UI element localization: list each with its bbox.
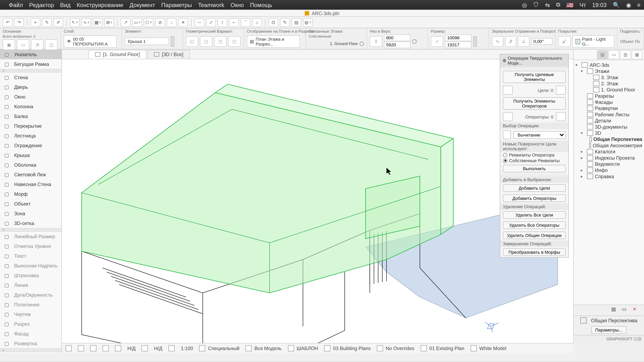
nav-footer-close[interactable]: ✕ — [632, 306, 641, 314]
sb-scale-icon[interactable] — [168, 345, 175, 351]
element-name[interactable]: Крыша 1 — [125, 37, 169, 45]
operators-clear-icon[interactable] — [556, 112, 566, 121]
tool-pointer[interactable]: ▢Указатель — [0, 49, 62, 59]
zoom-fit-button[interactable]: ⤢ — [206, 18, 216, 27]
geom-icon-4[interactable]: ◰ — [228, 36, 241, 47]
parameters-button[interactable]: Параметры... — [591, 326, 626, 334]
nav-details[interactable]: Детали — [574, 117, 643, 124]
size-icon[interactable]: ⤢ — [431, 36, 443, 47]
tool-slab[interactable]: ▢Перекрытие — [0, 121, 62, 131]
size-input-2[interactable] — [445, 41, 472, 48]
tool-hatch[interactable]: ▢Штриховка — [0, 271, 62, 280]
sb-white-icon[interactable] — [470, 345, 476, 351]
nav-footer-btn1[interactable]: ▤ — [611, 306, 620, 314]
eyedropper-button[interactable]: ✐ — [54, 18, 63, 27]
suspend-button[interactable]: ⊘ — [155, 18, 165, 27]
nav-root[interactable]: ▾ARC-3ds — [574, 62, 643, 68]
nav-3d[interactable]: ▾3D — [574, 130, 643, 136]
sb-pen-icon[interactable] — [199, 345, 205, 351]
nav-axonometry[interactable]: Общая Аксонометрия — [574, 142, 643, 148]
menu-window[interactable]: Окно — [230, 1, 244, 8]
tool-zone[interactable]: ▢Зона — [0, 209, 62, 218]
sb-model-icon[interactable] — [246, 345, 252, 351]
current-view-name[interactable]: Общая Перспектива — [591, 318, 638, 323]
tool-dim[interactable]: ▢Линейный Размер — [0, 232, 62, 241]
selection-icon-1[interactable]: ▣ — [3, 39, 15, 50]
pen-button[interactable]: ✎ — [280, 18, 290, 27]
nav-interior-elevations[interactable]: Развертки — [574, 105, 643, 111]
bottom-dot-icon[interactable] — [412, 39, 417, 43]
nav-tab-layout[interactable]: ▥ — [620, 50, 631, 59]
nav-catalogs[interactable]: ▸Каталоги — [574, 148, 643, 155]
linked-story[interactable]: 1. Ground Floor — [330, 41, 358, 46]
measure-button[interactable]: ↔ — [195, 18, 204, 27]
nav-tab-view[interactable]: ▭ — [608, 50, 619, 59]
nav-floor-1[interactable]: 1. Ground Floor — [574, 87, 643, 93]
cancel-button[interactable]: ✕ — [178, 18, 188, 27]
tool-poly[interactable]: ▢Полилиния — [0, 300, 62, 309]
nav-footer-btn2[interactable]: ▭ — [622, 306, 631, 314]
tool-ie[interactable]: ▢Развертка — [0, 339, 62, 348]
tool3-button[interactable]: ⌒ — [240, 18, 250, 27]
toolbox-grip-1[interactable]: ▾ — [0, 69, 62, 73]
undo-button[interactable]: ↶ — [3, 18, 12, 27]
get-targets-button[interactable]: Получить Целевые Элементы — [503, 71, 566, 83]
guides-dropdown[interactable]: ⊞ — [104, 18, 114, 27]
tool-shell[interactable]: ▢Оболочка — [0, 160, 62, 170]
get-operators-button[interactable]: Получить Элементы Операторов — [503, 97, 566, 110]
toolbox-grip-3[interactable]: ▸ — [0, 348, 62, 352]
height-icon[interactable]: ⇕ — [370, 36, 382, 47]
tool-roof[interactable]: ▢Крыша — [0, 150, 62, 160]
menu-help[interactable]: Помощь — [250, 1, 272, 8]
layer-selector[interactable]: 👁 00 05 ПЕРЕКРЫТИЯ.А — [64, 35, 117, 48]
status-sync-icon[interactable]: ⇆ — [545, 1, 550, 8]
sb-home-icon[interactable] — [66, 345, 72, 351]
element-handle[interactable] — [171, 36, 174, 47]
status-circle-icon[interactable]: ◎ — [522, 1, 527, 8]
shape1-dropdown[interactable]: ▭ — [132, 18, 142, 27]
sb-pan-icon[interactable] — [90, 345, 96, 351]
menu-options[interactable]: Параметры — [161, 1, 192, 8]
tool-level[interactable]: ▢Отметка Уровня — [0, 241, 62, 251]
wifi-icon[interactable]: ⧉ — [556, 1, 560, 8]
surface-paint-icon[interactable]: 🖌 — [558, 36, 570, 47]
tool-object[interactable]: ▢Объект — [0, 199, 62, 209]
sb-zoom-icon[interactable] — [78, 345, 84, 351]
sb-plans[interactable]: 03 Building Plans — [333, 346, 370, 351]
tool-curtain[interactable]: ▢Навесная Стена — [0, 179, 62, 189]
tool-wall[interactable]: ▢Стена — [0, 72, 62, 82]
tool-elev[interactable]: ▢Фасад — [0, 329, 62, 339]
magic-wand-button[interactable]: ✎ — [42, 18, 52, 27]
grid-mode-dropdown[interactable]: ▦ — [93, 18, 103, 27]
nav-perspective[interactable]: Общая Перспектива — [574, 136, 643, 142]
bottom-input-2[interactable] — [384, 41, 410, 48]
sb-template[interactable]: ШАБЛОН — [297, 346, 318, 351]
tool-draw[interactable]: ▢Чертеж — [0, 309, 62, 319]
flag-icon[interactable]: 🇺🇸 — [566, 1, 574, 8]
geom-icon-3[interactable]: ◳ — [214, 36, 226, 47]
add-operators-button[interactable]: Добавить Операторы — [503, 195, 566, 202]
tool1-button[interactable]: ⟟ — [218, 18, 227, 27]
panel-grip[interactable] — [500, 67, 568, 69]
selection-icon-3[interactable]: ◔ — [31, 39, 44, 50]
delete-common-button[interactable]: Удалить Общие Операции — [503, 232, 566, 239]
sb-scale[interactable]: 1:100 — [181, 346, 193, 351]
delete-operators-button[interactable]: Удалить Все Операторы — [503, 221, 566, 229]
menu-edit[interactable]: Редактор — [29, 1, 54, 8]
selection-icon-4[interactable]: ◫ — [45, 39, 58, 50]
snap-mode-dropdown[interactable]: ∿ — [82, 18, 91, 27]
tab-3d-all[interactable]: [3D / Все] — [147, 50, 190, 58]
layer-button[interactable]: ▤ — [292, 18, 301, 27]
tool-label[interactable]: ▢Выносная Надпись — [0, 261, 62, 271]
sb-white[interactable]: White Model — [480, 346, 506, 351]
sb-overrides-icon[interactable] — [377, 345, 383, 351]
menu-view[interactable]: Вид — [60, 1, 70, 8]
execute-button[interactable]: Выполнить — [503, 165, 566, 172]
operation-select[interactable]: Вычитание — [514, 131, 566, 139]
render-dropdown[interactable]: ◍ — [303, 18, 313, 27]
size-input-1[interactable] — [445, 34, 472, 41]
sb-overrides[interactable]: No Overrides — [386, 346, 414, 351]
tab-ground-floor[interactable]: [1. Ground Floor] — [88, 50, 146, 58]
sb-special[interactable]: Специальный — [208, 346, 239, 351]
tool-stair[interactable]: ▢Лестница — [0, 131, 62, 141]
